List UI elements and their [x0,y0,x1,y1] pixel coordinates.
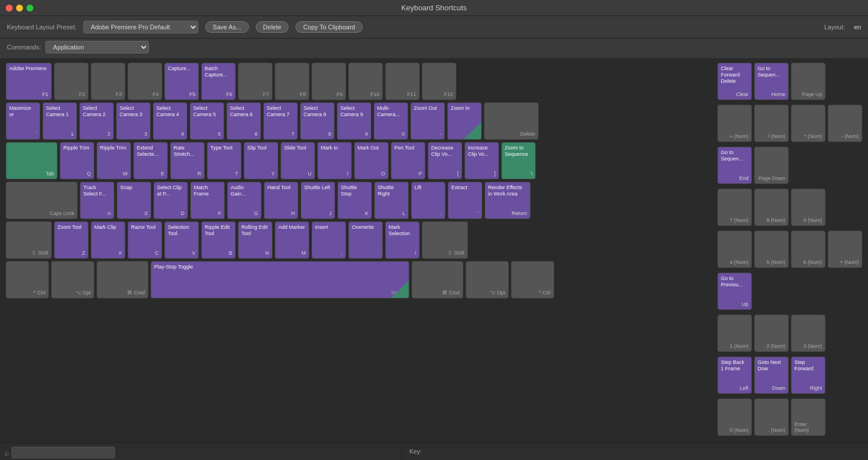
key-u[interactable]: Slide Tool U [281,142,315,179]
key-ctrl-right[interactable]: ^ Ctrl [511,261,554,298]
key-k[interactable]: Shuttle Stop K [337,182,372,219]
key-j[interactable]: Shuttle Left J [301,182,335,219]
search-input[interactable] [11,447,115,458]
close-button[interactable] [6,5,13,12]
key-slash[interactable]: Mark Selection / [385,221,420,259]
key-lbracket[interactable]: Decrease Clip Vo... [ [428,142,462,179]
key-pagedown[interactable]: Page Down [754,147,789,184]
key-equals[interactable]: Zoom In = [447,102,482,140]
key-3[interactable]: Select Camera 3 3 [116,102,151,140]
save-as-button[interactable]: Save As... [205,21,249,33]
key-num-8[interactable]: 8 (Num) [754,189,789,226]
key-l[interactable]: Shuttle Right L [374,182,409,219]
key-v[interactable]: Selection Tool V [164,221,199,259]
key-f5[interactable]: Capture... F5 [164,63,199,100]
key-tab[interactable]: Tab [6,142,57,179]
key-period[interactable]: Overwrite . [348,221,383,259]
key-f[interactable]: Match Frame F [190,182,225,219]
key-cmd-right[interactable]: ⌘ Cmd [412,261,463,298]
key-step-back-left[interactable]: Step Back 1 Frame Left [717,356,752,394]
key-w[interactable]: Ripple Trim W [97,142,131,179]
key-e[interactable]: Extend Selecte... E [133,142,168,179]
key-c[interactable]: Razor Tool C [128,221,162,259]
key-d[interactable]: Select Clip at P... D [153,182,188,219]
key-space[interactable]: Play-Stop Toggle Space [151,261,409,298]
key-opt[interactable]: ⌥ Opt [51,261,94,298]
key-num-div[interactable]: / (Num) [754,105,789,142]
key-r[interactable]: Rate Stretch... R [170,142,205,179]
key-f7[interactable]: F7 [238,63,272,100]
key-8[interactable]: Select Camera 8 8 [300,102,335,140]
key-cmd-left[interactable]: ⌘ Cmd [97,261,148,298]
key-s[interactable]: Snap S [117,182,151,219]
key-backtick[interactable]: Maximize or ` [6,102,40,140]
key-7[interactable]: Select Camera 7 7 [263,102,298,140]
key-6[interactable]: Select Camera 6 6 [226,102,261,140]
maximize-button[interactable] [26,5,33,12]
key-return[interactable]: Render Effects in Work Area Return [485,182,531,219]
key-goto-seq-home[interactable]: Go to Sequen... Home [754,63,789,100]
key-pageup[interactable]: Page Up [791,63,825,100]
key-f9[interactable]: F9 [312,63,346,100]
key-comma[interactable]: Insert , [312,221,346,259]
key-rbracket[interactable]: Increase Clip Vo... ] [464,142,499,179]
key-f8[interactable]: F8 [275,63,309,100]
key-num-dot[interactable]: . (Num) [754,398,789,436]
key-num-mul[interactable]: * (Num) [791,105,825,142]
key-num-2[interactable]: 2 (Num) [754,315,789,352]
key-g[interactable]: Audio Gain... G [227,182,262,219]
key-num-enter[interactable]: Enter (Num) [791,398,825,436]
key-4[interactable]: Select Camera 4 4 [153,102,187,140]
key-h[interactable]: Hand Tool H [264,182,298,219]
key-num-sub[interactable]: - (Num) [828,105,862,142]
key-backslash[interactable]: Zoom to Sequence \ [501,142,536,179]
key-0[interactable]: Multi-Camera... 0 [374,102,408,140]
key-n[interactable]: Rolling Edit Tool N [238,221,272,259]
key-semicolon[interactable]: Lift ; [411,182,445,219]
key-t[interactable]: Type Tool T [207,142,241,179]
key-num-6[interactable]: 6 (Num) [791,231,825,268]
minimize-button[interactable] [16,5,23,12]
commands-select[interactable]: Application [45,41,149,53]
key-f6[interactable]: Batch Capture... F6 [201,63,236,100]
key-num-0[interactable]: 0 (Num) [717,398,752,436]
key-num-eq[interactable]: = (Num) [717,105,752,142]
key-capslock[interactable]: Caps Lock [6,182,78,219]
key-clear-fwd-del[interactable]: Clear Forward Delete Clear [717,63,752,100]
key-goto-seq-end[interactable]: Go to Sequen... End [717,147,752,184]
key-delete[interactable]: Delete [484,102,539,140]
key-f1[interactable]: Adobe Premiere F1 [6,63,52,100]
key-step-fwd-right[interactable]: Step Forward Right [791,356,825,394]
key-num-4[interactable]: 4 (Num) [717,231,752,268]
key-f12[interactable]: F12 [422,63,456,100]
copy-clipboard-button[interactable]: Copy To Clipboard [295,21,362,33]
key-opt-right[interactable]: ⌥ Opt [466,261,509,298]
key-num-5[interactable]: 5 (Num) [754,231,789,268]
key-goto-next-down[interactable]: Goto Next Dow Down [754,356,789,394]
key-m[interactable]: Add Marker M [275,221,309,259]
key-5[interactable]: Select Camera 5 5 [190,102,224,140]
key-9[interactable]: Select Camera 9 9 [337,102,371,140]
key-o[interactable]: Mark Out O [354,142,389,179]
key-p[interactable]: Pen Tool P [391,142,425,179]
key-num-plus[interactable]: + (Num) [828,231,862,268]
key-shift-right[interactable]: ⇧ Shift [422,221,468,259]
key-x[interactable]: Mark Clip X [91,221,125,259]
key-q[interactable]: Ripple Trim Q [60,142,94,179]
key-num-3[interactable]: 3 (Num) [791,315,825,352]
key-f11[interactable]: F11 [385,63,420,100]
key-f4[interactable]: F4 [128,63,162,100]
key-y[interactable]: Slip Tool Y [244,142,278,179]
key-num-9[interactable]: 9 (Num) [791,189,825,226]
delete-button[interactable]: Delete [256,21,289,33]
key-f10[interactable]: F10 [348,63,383,100]
key-num-1[interactable]: 1 (Num) [717,315,752,352]
key-z[interactable]: Zoom Tool Z [54,221,89,259]
key-f2[interactable]: F2 [54,63,89,100]
key-num-7[interactable]: 7 (Num) [717,189,752,226]
preset-select[interactable]: Adobe Premiere Pro Default [83,21,198,33]
key-goto-prev-up[interactable]: Go to Previou... Up [717,273,752,310]
key-a[interactable]: Track Select F... A [80,182,114,219]
key-quote[interactable]: Extract ' [448,182,482,219]
key-i[interactable]: Mark In I [317,142,352,179]
